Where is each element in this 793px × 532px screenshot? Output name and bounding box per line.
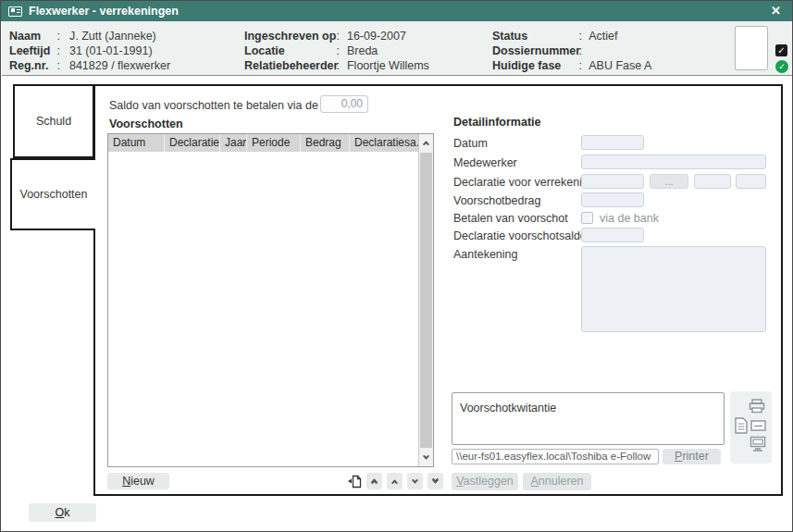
previous-record-button[interactable] xyxy=(387,473,403,489)
datum-input[interactable] xyxy=(581,135,644,150)
header-field-leeftijd: Leeftijd : 31 (01-01-1991) xyxy=(9,44,153,58)
monitor-icon[interactable] xyxy=(750,436,766,452)
medewerker-input[interactable] xyxy=(581,155,766,169)
kwitantie-text: Voorschotkwitantie xyxy=(460,402,556,414)
scrollbar-thumb[interactable] xyxy=(420,153,432,448)
first-record-button[interactable] xyxy=(366,473,382,489)
declaratie-lookup-button[interactable]: ... xyxy=(650,174,688,189)
green-check-icon: ✓ xyxy=(775,60,788,73)
header-field-huidige-fase: Huidige fase : ABU Fase A xyxy=(492,59,651,73)
label-voorschotbedrag: Voorschotbedrag xyxy=(453,194,541,207)
dialog-window: Flexwerker - verrekeningen ✕ Naam : J. Z… xyxy=(0,0,793,532)
photo-placeholder xyxy=(735,26,768,70)
col-jaar[interactable]: Jaar xyxy=(220,134,247,152)
header-field-ingeschreven: Ingeschreven op : 16-09-2007 xyxy=(244,30,406,43)
vastleggen-button[interactable]: Vastleggen xyxy=(452,473,518,490)
table-title: Voorschotten xyxy=(109,118,183,130)
last-record-button[interactable] xyxy=(427,473,443,489)
tab-voorschotten-label: Voorschotten xyxy=(20,188,88,201)
printer-button[interactable]: Printer xyxy=(663,449,721,464)
via-de-bank-label: via de bank xyxy=(600,212,659,225)
tab-schuld[interactable]: Schuld xyxy=(13,84,94,158)
col-declaratiesaldo[interactable]: Declaratiesa... xyxy=(350,134,418,152)
window-title: Flexwerker - verrekeningen xyxy=(29,5,179,18)
ok-button[interactable]: Ok xyxy=(29,503,96,522)
voorschotsaldo-input[interactable] xyxy=(581,228,644,242)
header-field-relatiebeheerder: Relatiebeheerder : Floortje Willems xyxy=(244,59,429,73)
annuleren-button[interactable]: Annuleren xyxy=(523,473,591,490)
scroll-up-icon[interactable] xyxy=(419,135,433,151)
tab-voorschotten[interactable]: Voorschotten xyxy=(10,158,95,230)
declaratie-jaar-input[interactable] xyxy=(694,174,731,189)
via-de-bank-checkbox[interactable] xyxy=(581,212,593,224)
label-betalen-van-voorschot: Betalen van voorschot xyxy=(453,212,568,225)
label-aantekening: Aantekening xyxy=(453,248,518,261)
goto-record-icon[interactable] xyxy=(345,473,364,489)
header-field-regnr: Reg.nr. : 841829 / flexwerker xyxy=(9,59,170,73)
table-scrollbar[interactable] xyxy=(418,134,433,466)
person-info-header: Naam : J. Zutt (Janneke) Leeftijd : 31 (… xyxy=(2,21,793,76)
printer-icon[interactable] xyxy=(749,399,765,414)
tab-schuld-label: Schuld xyxy=(36,115,71,128)
col-datum[interactable]: Datum xyxy=(108,134,165,152)
saldo-label: Saldo van voorschotten te betalen via de… xyxy=(109,99,346,112)
header-field-dossiernummer: Dossiernummer : xyxy=(492,44,586,58)
col-periode[interactable]: Periode xyxy=(247,134,301,152)
declaratie-periode-input[interactable] xyxy=(736,174,766,189)
saldo-value-field[interactable]: 0,00 xyxy=(320,95,368,113)
table-header-row: Datum Declaratie Jaar Periode Bedrag Dec… xyxy=(108,134,418,152)
header-field-naam: Naam : J. Zutt (Janneke) xyxy=(9,30,156,43)
label-medewerker: Medewerker xyxy=(453,156,517,169)
voorschotten-table[interactable]: Datum Declaratie Jaar Periode Bedrag Dec… xyxy=(107,133,434,467)
document-icon[interactable] xyxy=(735,417,748,434)
col-declaratie[interactable]: Declaratie xyxy=(165,134,220,152)
next-record-button[interactable] xyxy=(407,473,423,489)
detail-title: Detailinformatie xyxy=(453,116,540,129)
header-field-locatie: Locatie : Breda xyxy=(244,44,378,58)
label-declaratie-voor-verrekening: Declaratie voor verrekening xyxy=(453,176,595,189)
voorschotten-panel: Saldo van voorschotten te betalen via de… xyxy=(93,84,783,496)
aantekening-textarea[interactable] xyxy=(581,246,766,332)
voorschotbedrag-input[interactable] xyxy=(581,192,644,207)
output-options-panel xyxy=(730,391,772,464)
close-icon[interactable]: ✕ xyxy=(767,1,785,21)
envelope-icon[interactable] xyxy=(750,420,766,431)
declaratie-verrekening-input[interactable] xyxy=(581,174,644,189)
label-datum: Datum xyxy=(453,137,488,150)
scroll-down-icon[interactable] xyxy=(419,450,433,465)
header-field-status: Status : Actief xyxy=(492,30,618,43)
black-checkbox-checked-icon[interactable]: ✓ xyxy=(775,44,787,56)
col-bedrag[interactable]: Bedrag xyxy=(301,134,350,152)
nieuw-button[interactable]: Nieuw xyxy=(107,473,169,489)
title-bar: Flexwerker - verrekeningen ✕ xyxy=(1,1,792,21)
label-declaratie-voorschotsaldo: Declaratie voorschotsaldo xyxy=(453,229,587,242)
flexwerker-card-icon xyxy=(8,6,22,17)
printer-path-field[interactable]: \\eur-fs01.easyflex.local\Toshiba e-Foll… xyxy=(452,449,659,464)
kwitantie-box[interactable]: Voorschotkwitantie xyxy=(452,392,725,445)
